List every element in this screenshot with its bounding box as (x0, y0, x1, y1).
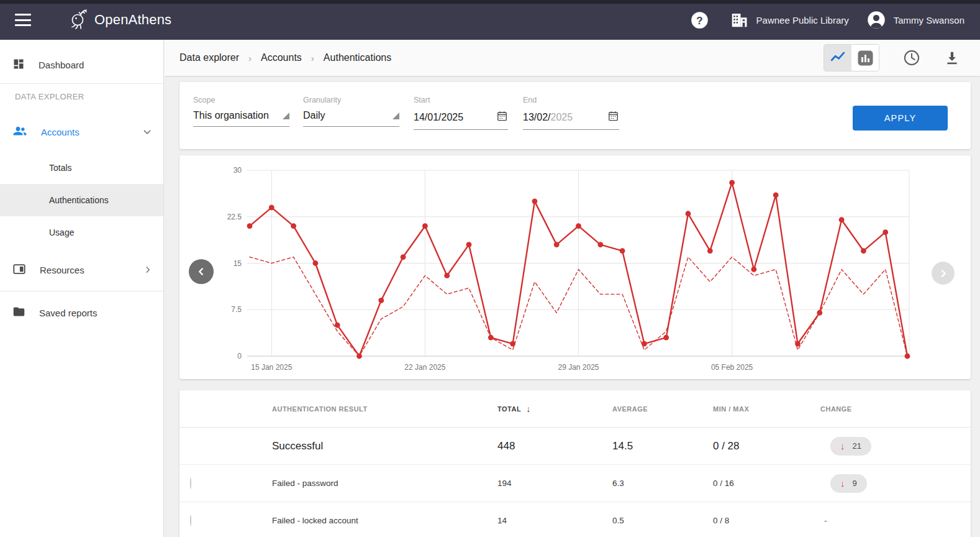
table-row-successful: Successful 448 14.5 0 / 28 ↓21 (179, 428, 971, 465)
change-down-icon: ↓ (840, 441, 845, 451)
calendar-icon[interactable] (496, 110, 508, 124)
breadcrumb-bar: Data explorer › Accounts › Authenticatio… (165, 40, 980, 76)
end-date-field[interactable]: End 13/02/2025 (523, 96, 619, 130)
user-name[interactable]: Tammy Swanson (894, 15, 964, 25)
average-value: 14.5 (612, 440, 713, 452)
scope-label: Scope (193, 96, 289, 104)
table-header-row: AUTHENTICATION RESULT TOTAL ↓ AVERAGE MI… (179, 390, 971, 428)
openathens-brand[interactable]: OpenAthens (67, 7, 171, 33)
total-value: 194 (497, 479, 612, 488)
col-authentication-result[interactable]: AUTHENTICATION RESULT (272, 405, 497, 413)
calendar-icon[interactable] (607, 110, 619, 124)
menu-icon[interactable] (15, 14, 31, 26)
accounts-people-icon (12, 124, 27, 140)
top-app-bar: OpenAthens ? Pawnee Public Library (0, 0, 980, 40)
sidebar-divider (0, 291, 163, 291)
sub-item-label: Totals (49, 163, 72, 173)
total-value: 14 (497, 516, 612, 525)
change-down-icon: ↓ (840, 478, 845, 489)
sidebar-item-authentications[interactable]: Authentications (0, 184, 163, 216)
filter-panel: Scope This organisation Granularity Dail… (179, 82, 971, 149)
result-label: Failed - password (272, 479, 497, 488)
change-none: - (824, 516, 827, 526)
dropdown-arrow-icon (283, 112, 289, 119)
svg-text:22.5: 22.5 (227, 213, 242, 221)
start-date-label: Start (414, 96, 508, 104)
granularity-label: Granularity (303, 96, 399, 104)
col-change[interactable]: CHANGE (820, 405, 971, 413)
svg-text:29 Jan 2025: 29 Jan 2025 (558, 363, 599, 372)
sidebar-item-totals[interactable]: Totals (0, 152, 163, 184)
svg-text:15: 15 (234, 259, 242, 268)
result-label: Failed - locked account (272, 516, 497, 525)
chart-prev-button[interactable] (189, 259, 214, 284)
line-chart-toggle-button[interactable] (824, 45, 851, 71)
col-total[interactable]: TOTAL ↓ (497, 404, 612, 414)
resources-icon (12, 262, 26, 278)
sub-item-label: Authentications (49, 195, 109, 205)
chart-type-toggle (823, 44, 879, 71)
col-average[interactable]: AVERAGE (612, 405, 713, 413)
sidebar-item-label: Accounts (41, 127, 79, 137)
chevron-down-icon[interactable] (141, 126, 153, 138)
average-value: 6.3 (612, 479, 713, 488)
dropdown-arrow-icon (392, 112, 399, 119)
sort-descending-icon: ↓ (526, 404, 531, 414)
scope-select[interactable]: Scope This organisation (193, 96, 289, 127)
sidebar-item-usage[interactable]: Usage (0, 216, 163, 249)
results-table: AUTHENTICATION RESULT TOTAL ↓ AVERAGE MI… (179, 390, 971, 537)
sub-item-label: Usage (49, 227, 74, 237)
svg-text:?: ? (696, 14, 702, 26)
bar-chart-toggle-button[interactable] (851, 45, 879, 71)
breadcrumb-separator: › (248, 53, 252, 63)
svg-text:22 Jan 2025: 22 Jan 2025 (404, 363, 445, 372)
chart-next-button[interactable] (932, 262, 955, 285)
main-content: Data explorer › Accounts › Authenticatio… (165, 40, 980, 537)
table-row-failed-locked-account: Failed - locked account 14 0.5 0 / 8 - (179, 502, 971, 537)
granularity-select[interactable]: Granularity Daily (303, 96, 399, 127)
brand-name: OpenAthens (94, 12, 171, 28)
end-date-typed: 13/02/ (523, 112, 550, 123)
result-label: Successful (272, 440, 497, 452)
openathens-logo-icon (67, 7, 89, 33)
scope-value: This organisation (193, 110, 269, 121)
min-max-value: 0 / 28 (713, 440, 820, 452)
breadcrumb-data-explorer[interactable]: Data explorer (179, 52, 239, 63)
series-toggle-empty[interactable] (190, 477, 191, 489)
authentications-line-chart[interactable]: 07.51522.53015 Jan 202522 Jan 202529 Jan… (179, 155, 971, 379)
breadcrumb-accounts[interactable]: Accounts (261, 52, 302, 63)
sidebar-item-dashboard[interactable]: Dashboard (0, 50, 163, 80)
svg-text:0: 0 (237, 352, 242, 360)
sidebar-item-accounts[interactable]: Accounts (0, 117, 163, 147)
chart-panel: 07.51522.53015 Jan 202522 Jan 202529 Jan… (179, 155, 971, 379)
sidebar-item-saved-reports[interactable]: Saved reports (0, 298, 163, 328)
granularity-value: Daily (303, 110, 325, 121)
start-date-field[interactable]: Start 14/01/2025 (414, 96, 508, 130)
sidebar-section-title: DATA EXPLORER (15, 92, 84, 101)
sidebar-item-label: Dashboard (39, 60, 84, 70)
help-icon[interactable]: ? (691, 11, 709, 29)
folder-icon (12, 305, 25, 320)
history-clock-icon[interactable] (903, 49, 920, 67)
apply-button[interactable]: APPLY (853, 106, 948, 131)
svg-text:05 Feb 2025: 05 Feb 2025 (711, 363, 753, 372)
svg-text:15 Jan 2025: 15 Jan 2025 (251, 363, 292, 372)
breadcrumb-authentications: Authentications (324, 52, 391, 63)
svg-text:7.5: 7.5 (231, 305, 242, 314)
min-max-value: 0 / 8 (713, 516, 820, 525)
chevron-right-icon[interactable] (142, 264, 153, 275)
breadcrumb-separator: › (311, 53, 314, 63)
dashboard-icon (12, 58, 25, 72)
sidebar-item-label: Resources (40, 265, 84, 275)
download-icon[interactable] (944, 50, 960, 66)
col-min-max[interactable]: MIN / MAX (713, 405, 820, 413)
user-avatar-icon (867, 11, 886, 29)
sidebar-item-resources[interactable]: Resources (0, 255, 163, 285)
series-toggle-empty[interactable] (190, 515, 191, 526)
organisation-name[interactable]: Pawnee Public Library (756, 15, 849, 25)
average-value: 0.5 (612, 516, 713, 525)
svg-text:30: 30 (234, 166, 242, 175)
organisation-icon (730, 11, 748, 29)
table-row-failed-password: Failed - password 194 6.3 0 / 16 ↓9 (179, 465, 971, 502)
sidebar-divider (0, 83, 163, 84)
